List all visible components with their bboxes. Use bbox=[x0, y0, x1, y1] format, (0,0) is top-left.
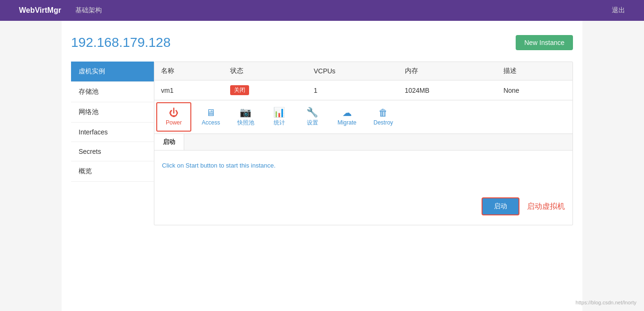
nav-link-infrastructure[interactable]: 基础架构 bbox=[75, 6, 102, 15]
settings-icon: 🔧 bbox=[306, 107, 318, 117]
col-header-desc: 描述 bbox=[497, 62, 572, 80]
page-header: 192.168.179.128 New Instance bbox=[71, 35, 573, 50]
tab-stats[interactable]: 📊 统计 bbox=[263, 100, 296, 133]
start-action-area: 启动 启动虚拟机 bbox=[154, 190, 572, 225]
tab-power-label: Power bbox=[166, 119, 182, 126]
instance-status: 关闭 bbox=[224, 80, 307, 100]
logout-button[interactable]: 退出 bbox=[612, 6, 625, 14]
sidebar-item-vm[interactable]: 虚机实例 bbox=[71, 62, 154, 82]
tab-destroy-label: Destroy bbox=[374, 119, 393, 126]
main-layout: 虚机实例 存储池 网络池 Interfaces Secrets 概览 bbox=[71, 62, 573, 225]
tab-content: 启动 Click on Start button to start this i… bbox=[154, 134, 572, 225]
tab-body: Click on Start button to start this inst… bbox=[154, 151, 572, 190]
status-badge: 关闭 bbox=[230, 85, 249, 95]
tab-nav-bar: 启动 bbox=[154, 134, 572, 151]
col-header-memory: 内存 bbox=[398, 62, 497, 80]
col-header-status: 状态 bbox=[224, 62, 307, 80]
instance-vcpus: 1 bbox=[307, 80, 398, 100]
watermark: https://blog.csdn.net/lnorty bbox=[576, 300, 636, 305]
table-row: vm1 关闭 1 1024MB None bbox=[154, 80, 572, 100]
tab-access-label: Access bbox=[202, 119, 220, 126]
instance-desc: None bbox=[497, 80, 572, 100]
sidebar-item-overview[interactable]: 概览 bbox=[71, 161, 154, 182]
start-label: 启动虚拟机 bbox=[527, 202, 565, 212]
sidebar-item-secrets[interactable]: Secrets bbox=[71, 142, 154, 161]
power-icon: ⏻ bbox=[169, 108, 179, 117]
tab-destroy[interactable]: 🗑 Destroy bbox=[365, 100, 402, 133]
instance-memory: 1024MB bbox=[398, 80, 497, 100]
tab-hint: Click on Start button to start this inst… bbox=[162, 162, 565, 169]
tab-stats-label: 统计 bbox=[274, 119, 285, 127]
instance-name: vm1 bbox=[154, 80, 224, 100]
instance-table: 名称 状态 VCPUs 内存 描述 vm1 关闭 1 1024MB bbox=[154, 62, 572, 100]
sidebar-item-network[interactable]: 网络池 bbox=[71, 102, 154, 123]
action-tabs: ⏻ Power 🖥 Access 📷 快照池 📊 统计 🔧 设置 bbox=[154, 100, 572, 134]
destroy-icon: 🗑 bbox=[378, 108, 388, 117]
start-button[interactable]: 启动 bbox=[482, 197, 519, 215]
tab-migrate[interactable]: ☁ Migrate bbox=[329, 100, 365, 133]
tab-nav-start[interactable]: 启动 bbox=[154, 134, 184, 150]
tab-settings[interactable]: 🔧 设置 bbox=[296, 100, 329, 133]
page-container: 192.168.179.128 New Instance 虚机实例 存储池 网络… bbox=[62, 21, 582, 311]
new-instance-button[interactable]: New Instance bbox=[516, 35, 573, 50]
migrate-icon: ☁ bbox=[342, 108, 352, 117]
access-icon: 🖥 bbox=[206, 108, 215, 117]
page-title: 192.168.179.128 bbox=[71, 35, 170, 50]
sidebar-item-storage[interactable]: 存储池 bbox=[71, 82, 154, 102]
content-area: 名称 状态 VCPUs 内存 描述 vm1 关闭 1 1024MB bbox=[154, 62, 573, 225]
tab-migrate-label: Migrate bbox=[338, 119, 357, 126]
tab-snapshot-label: 快照池 bbox=[237, 119, 254, 127]
tab-settings-label: 设置 bbox=[307, 119, 318, 127]
col-header-vcpus: VCPUs bbox=[307, 62, 398, 80]
sidebar: 虚机实例 存储池 网络池 Interfaces Secrets 概览 bbox=[71, 62, 154, 225]
snapshot-icon: 📷 bbox=[240, 107, 251, 117]
topnav-left: WebVirtMgr 基础架构 bbox=[19, 6, 102, 15]
stats-icon: 📊 bbox=[273, 107, 285, 117]
tab-power[interactable]: ⏻ Power bbox=[156, 102, 191, 132]
topnav-right: 退出 bbox=[612, 6, 625, 15]
top-navigation: WebVirtMgr 基础架构 退出 bbox=[0, 0, 644, 21]
tab-access[interactable]: 🖥 Access bbox=[193, 100, 229, 133]
sidebar-item-interfaces[interactable]: Interfaces bbox=[71, 123, 154, 142]
brand-name: WebVirtMgr bbox=[19, 6, 61, 15]
tab-snapshot[interactable]: 📷 快照池 bbox=[229, 100, 263, 133]
col-header-name: 名称 bbox=[154, 62, 224, 80]
